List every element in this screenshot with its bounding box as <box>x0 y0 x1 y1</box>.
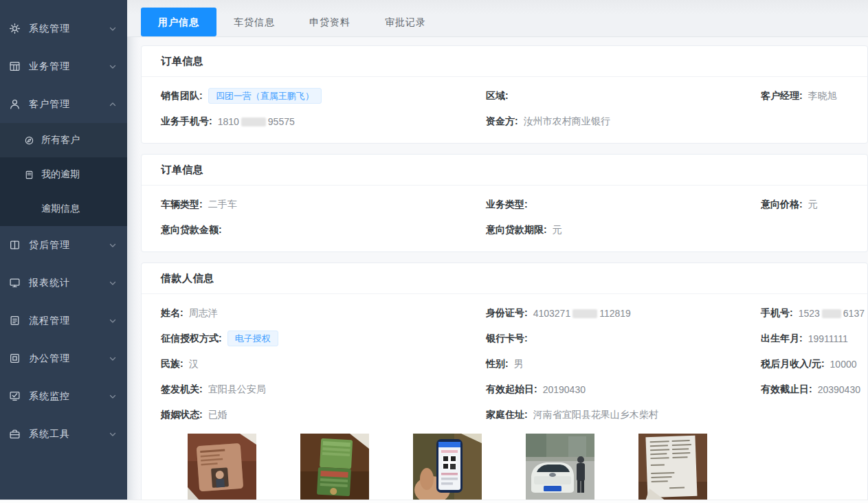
sidebar-item-label: 系统管理 <box>29 23 109 35</box>
valid-to-label: 有效截止日: <box>761 383 812 396</box>
sidebar-item-label: 贷后管理 <box>29 239 109 252</box>
chevron-up-icon <box>109 100 117 109</box>
mobile-value: 15236137 <box>799 308 865 319</box>
valid-from-label: 有效起始日: <box>486 383 537 396</box>
person-car-photo[interactable]: 人车照 <box>526 434 594 503</box>
content: 订单信息 销售团队: 四团一营（直属王鹏飞） 区域: 客户经理: 李晓旭 <box>127 37 868 503</box>
intent-price-value: 元 <box>808 199 818 211</box>
sidebar-item-label: 办公管理 <box>29 353 109 365</box>
income-label: 税后月收入/元: <box>761 358 825 370</box>
card-title: 订单信息 <box>142 155 867 186</box>
vehicle-type-label: 车辆类型: <box>161 199 203 211</box>
card-title: 订单信息 <box>142 46 867 77</box>
sidebar-item-label: 所有客户 <box>41 134 80 146</box>
issuing-authority-value: 宜阳县公安局 <box>208 383 266 396</box>
loan-term-label: 意向贷款期限: <box>486 224 547 236</box>
sidebar-item-label: 我的逾期 <box>41 168 80 181</box>
marital-status-label: 婚姻状态: <box>161 409 203 421</box>
account-manager-label: 客户经理: <box>761 90 803 102</box>
home-address-value: 河南省宜阳县花果山乡木柴村 <box>533 409 658 421</box>
sidebar-item-my-overdue[interactable]: 我的逾期 <box>0 157 127 192</box>
sidebar-item-customer-mgmt[interactable]: 客户管理 <box>0 85 127 123</box>
redaction-mask <box>241 118 266 126</box>
horizontal-scrollbar-track[interactable] <box>0 500 868 503</box>
sidebar-item-overdue-info[interactable]: 逾期信息 <box>0 192 127 226</box>
business-phone-value: 181095575 <box>218 116 295 127</box>
main-area: 用户信息 车贷信息 申贷资料 审批记录 订单信息 销售团队: 四团一营（直属王鹏… <box>127 0 868 503</box>
box-icon <box>9 353 21 364</box>
sidebar-item-system-tools[interactable]: 系统工具 <box>0 415 127 453</box>
id-number-value: 4103271112819 <box>533 308 631 319</box>
detail-tabbar: 用户信息 车贷信息 申贷资料 审批记录 <box>127 0 868 37</box>
business-type-label: 业务类型: <box>486 199 528 211</box>
gear-icon <box>9 23 21 34</box>
home-address-label: 家庭住址: <box>486 409 528 421</box>
tab-user-info[interactable]: 用户信息 <box>141 8 216 36</box>
sidebar-item-report-stats[interactable]: 报表统计 <box>0 264 127 302</box>
document-photos: 身份证 <box>161 424 848 503</box>
sidebar-item-all-customers[interactable]: 所有客户 <box>0 123 127 157</box>
credit-auth-tag: 电子授权 <box>227 331 278 346</box>
sidebar: 系统管理 业务管理 客户管理 所有客户 我的逾期 逾期信息 <box>0 0 127 503</box>
ethnicity-value: 汉 <box>189 358 199 370</box>
user-icon <box>9 98 21 110</box>
monitor-icon <box>9 277 21 289</box>
marital-status-value: 已婚 <box>208 409 227 421</box>
redaction-mask <box>822 309 841 318</box>
chevron-down-icon <box>109 241 117 249</box>
birth-label: 出生年月: <box>761 333 803 345</box>
valid-from-value: 20190430 <box>543 384 586 395</box>
order-info-card: 订单信息 销售团队: 四团一营（直属王鹏飞） 区域: 客户经理: 李晓旭 <box>141 45 868 144</box>
name-value: 周志洋 <box>189 307 218 320</box>
chevron-down-icon <box>109 279 117 287</box>
grid-icon <box>9 60 21 72</box>
chevron-down-icon <box>109 317 117 325</box>
gender-label: 性别: <box>486 358 509 370</box>
chevron-down-icon <box>109 355 117 363</box>
tab-approval-records[interactable]: 审批记录 <box>368 8 443 36</box>
intent-price-label: 意向价格: <box>761 199 803 211</box>
sidebar-item-office-mgmt[interactable]: 办公管理 <box>0 339 127 377</box>
borrower-info-card: 借款人信息 姓名: 周志洋 身份证号: 4103271112819 手机号: 1… <box>141 262 868 503</box>
sidebar-item-label: 业务管理 <box>29 60 109 73</box>
qr-auth-photo[interactable]: 微信截图 <box>413 434 482 503</box>
id-card-photo[interactable]: 身份证 <box>188 434 256 503</box>
chevron-down-icon <box>109 430 117 438</box>
credit-auth-label: 征信授权方式: <box>161 333 222 345</box>
gender-value: 男 <box>514 358 524 370</box>
redaction-mask <box>572 309 597 318</box>
issuing-authority-label: 签发机关: <box>161 383 203 396</box>
sales-team-tag[interactable]: 四团一营（直属王鹏飞） <box>208 88 322 104</box>
vehicle-type-value: 二手车 <box>208 199 237 211</box>
loan-intent-card: 订单信息 车辆类型: 二手车 业务类型: 意向价格: 元 <box>141 154 868 252</box>
sidebar-item-system-mgmt[interactable]: 系统管理 <box>0 10 127 47</box>
toolbox-icon <box>9 428 21 440</box>
sales-team-label: 销售团队: <box>161 90 203 102</box>
income-value: 10000 <box>830 359 857 370</box>
chevron-down-icon <box>109 392 117 401</box>
sidebar-item-label: 流程管理 <box>29 315 109 327</box>
sidebar-item-label: 逾期信息 <box>41 203 80 215</box>
document-photo[interactable]: 村委证明 <box>638 434 707 503</box>
loan-term-value: 元 <box>553 224 562 236</box>
bank-card-label: 银行卡号: <box>486 333 528 345</box>
sidebar-item-system-monitor[interactable]: 系统监控 <box>0 377 127 415</box>
name-label: 姓名: <box>161 307 183 320</box>
ethnicity-label: 民族: <box>161 358 183 370</box>
sidebar-item-postloan-mgmt[interactable]: 贷后管理 <box>0 226 127 264</box>
tab-loan-application-docs[interactable]: 申贷资料 <box>292 8 368 36</box>
sidebar-item-process-mgmt[interactable]: 流程管理 <box>0 302 127 339</box>
clipboard-icon <box>9 315 21 326</box>
chevron-down-icon <box>109 63 117 71</box>
funder-label: 资金方: <box>486 115 518 128</box>
valid-to-value: 20390430 <box>818 384 860 395</box>
tab-car-loan-info[interactable]: 车贷信息 <box>216 8 292 36</box>
business-phone-label: 业务手机号: <box>161 115 212 128</box>
loan-amount-label: 意向贷款金额: <box>161 224 222 236</box>
compass-icon <box>24 135 34 146</box>
id-number-label: 身份证号: <box>486 307 528 320</box>
sidebar-item-business-mgmt[interactable]: 业务管理 <box>0 47 127 85</box>
region-label: 区域: <box>486 90 509 102</box>
vehicle-cert-photo[interactable]: 车辆登记证 <box>300 434 369 503</box>
sidebar-item-label: 系统工具 <box>29 428 109 440</box>
